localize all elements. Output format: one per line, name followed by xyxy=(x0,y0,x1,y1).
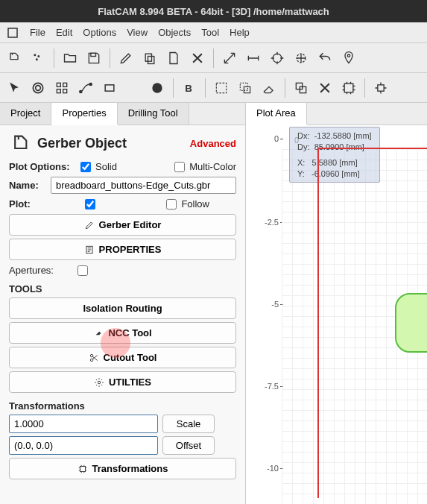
svg-point-17 xyxy=(89,83,92,85)
isolation-routing-button[interactable]: Isolation Routing xyxy=(9,297,236,319)
plot-canvas[interactable]: 0 -2.5 -5 -7.5 -10 0 Dx: -132.5880 [mm] … xyxy=(246,125,427,504)
duplicate-icon[interactable] xyxy=(290,77,312,99)
delete-x-icon[interactable] xyxy=(314,77,336,99)
gerber-edge-v xyxy=(317,148,319,498)
svg-rect-24 xyxy=(296,83,302,89)
toolbar-row-1 xyxy=(0,43,427,73)
utilities-label: UTILTIES xyxy=(109,377,151,388)
plot-options-label: Plot Options: xyxy=(9,161,76,172)
menu-options[interactable]: Options xyxy=(83,27,116,38)
coord-readout: Dx: -132.5880 [mm] Dy: 85.0900 [mm] X: 5… xyxy=(289,127,380,183)
menu-help[interactable]: Help xyxy=(230,27,250,38)
menu-objects[interactable]: Objects xyxy=(158,27,191,38)
svg-rect-4 xyxy=(91,53,96,56)
solid-checkbox[interactable] xyxy=(80,162,91,172)
window-titlebar: FlatCAM 8.994 BETA - 64bit - [3D] /home/… xyxy=(0,0,427,22)
svg-rect-26 xyxy=(344,84,353,92)
svg-point-2 xyxy=(38,55,39,57)
svg-point-10 xyxy=(33,83,42,92)
scale-button[interactable]: Scale xyxy=(162,415,215,433)
svg-point-19 xyxy=(152,83,162,92)
multicolor-label: Multi-Color xyxy=(189,161,236,172)
svg-point-7 xyxy=(273,54,282,63)
menu-tool[interactable]: Tool xyxy=(201,27,219,38)
open-folder-icon[interactable] xyxy=(59,47,81,69)
moon-icon[interactable] xyxy=(122,77,145,99)
expand-icon[interactable] xyxy=(218,47,241,69)
measure-icon[interactable] xyxy=(242,47,265,69)
cutout-tool-button[interactable]: Cutout Tool xyxy=(9,347,236,368)
pin-icon[interactable] xyxy=(338,47,360,69)
plot-checkbox[interactable] xyxy=(85,199,95,210)
ncc-tool-label: NCC Tool xyxy=(108,327,151,338)
tab-project[interactable]: Project xyxy=(0,103,51,125)
properties-button[interactable]: PROPERTIES xyxy=(9,239,236,260)
transformations-btn-label: Transformations xyxy=(92,463,168,474)
menu-edit[interactable]: Edit xyxy=(56,27,72,38)
open-excellon-icon[interactable] xyxy=(27,47,49,69)
ring-icon[interactable] xyxy=(27,77,49,99)
name-label: Name: xyxy=(9,180,46,191)
gerber-edge-h xyxy=(317,148,427,149)
advanced-label[interactable]: Advanced xyxy=(190,138,236,149)
toolbar-row-2: B xyxy=(0,73,427,103)
name-input[interactable] xyxy=(51,177,236,194)
delete-icon[interactable] xyxy=(186,47,209,69)
tab-properties[interactable]: Properties xyxy=(51,103,117,125)
y-tick: 0 xyxy=(274,134,279,143)
multicolor-checkbox[interactable] xyxy=(174,162,185,172)
offset-button[interactable]: Offset xyxy=(162,436,215,455)
bold-icon[interactable]: B xyxy=(178,77,200,99)
y-tick: -2.5 xyxy=(265,218,279,227)
svg-rect-5 xyxy=(145,54,151,61)
y-tick: -10 xyxy=(267,464,279,473)
grid-icon[interactable] xyxy=(51,77,73,99)
gerber-editor-button[interactable]: Gerber Editor xyxy=(9,214,236,236)
solid-label: Solid xyxy=(95,161,117,172)
path-icon[interactable] xyxy=(75,77,97,99)
cutout-tool-label: Cutout Tool xyxy=(104,352,157,363)
menu-view[interactable]: View xyxy=(127,27,148,38)
transform-icon[interactable] xyxy=(338,77,360,99)
circle-fill-icon[interactable] xyxy=(146,77,168,99)
document-icon[interactable] xyxy=(162,47,185,69)
tools-section-label: TOOLS xyxy=(9,283,236,294)
copy-icon[interactable] xyxy=(139,47,161,69)
select-overlap-icon[interactable] xyxy=(234,77,256,99)
svg-point-9 xyxy=(347,54,349,57)
pointer-icon[interactable] xyxy=(3,77,25,99)
svg-rect-25 xyxy=(300,86,306,92)
undo-icon[interactable] xyxy=(314,47,336,69)
menu-file[interactable]: File xyxy=(30,27,45,38)
select-rect-icon[interactable] xyxy=(210,77,233,99)
gerber-editor-label: Gerber Editor xyxy=(99,219,162,230)
follow-checkbox[interactable] xyxy=(166,199,177,210)
eraser-icon[interactable] xyxy=(258,77,280,99)
open-gerber-icon[interactable] xyxy=(3,47,25,69)
edit-icon[interactable] xyxy=(115,47,137,69)
scale-input[interactable] xyxy=(9,415,158,433)
svg-rect-32 xyxy=(80,466,85,471)
apertures-checkbox[interactable] xyxy=(78,265,88,276)
save-icon[interactable] xyxy=(83,47,105,69)
rect-icon[interactable] xyxy=(98,77,121,99)
left-panel: Project Properties Drilling Tool Gerber … xyxy=(0,103,246,504)
svg-rect-27 xyxy=(378,84,384,90)
tab-drilling[interactable]: Drilling Tool xyxy=(118,103,189,125)
window-title: FlatCAM 8.994 BETA - 64bit - [3D] /home/… xyxy=(6,6,421,17)
plot-tabs: Plot Area xyxy=(246,103,427,125)
origin-icon[interactable] xyxy=(290,47,312,69)
tab-plot-area[interactable]: Plot Area xyxy=(246,103,307,125)
offset-input[interactable] xyxy=(9,436,158,455)
utilities-button[interactable]: UTILTIES xyxy=(9,371,236,393)
target-icon[interactable] xyxy=(266,47,288,69)
move-icon[interactable] xyxy=(370,77,392,99)
ncc-tool-button[interactable]: NCC Tool xyxy=(9,322,236,344)
svg-rect-6 xyxy=(148,56,154,63)
svg-rect-21 xyxy=(216,83,226,92)
svg-rect-14 xyxy=(57,89,60,92)
left-tabs: Project Properties Drilling Tool xyxy=(0,103,245,125)
follow-label: Follow xyxy=(181,198,209,210)
svg-point-31 xyxy=(98,381,101,384)
transformations-button[interactable]: Transformations xyxy=(9,458,236,479)
